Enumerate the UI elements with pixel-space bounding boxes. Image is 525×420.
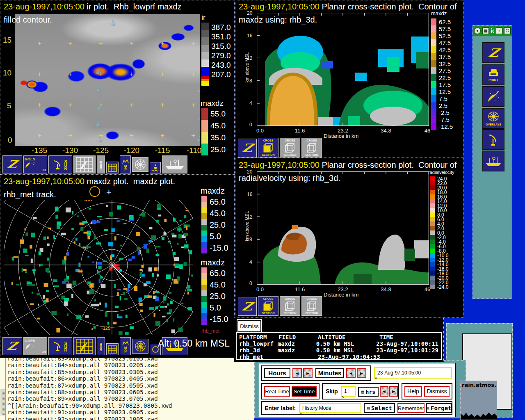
cross-section-button[interactable]: CROSS SECTION [301,296,322,316]
palette-ship-button[interactable] [482,151,504,171]
cross-section-button-active[interactable]: CROSS SECTION [258,138,278,158]
grid-radar-button[interactable] [73,337,96,355]
rain-atmos-mountains [461,406,497,420]
xs1-title-time: 23-aug-1997,10:05:00 [239,2,320,11]
label-field[interactable]: History Mode [299,403,361,413]
polar-overlay-button[interactable] [132,157,148,172]
xs1-xtick: 0.0 [256,128,264,134]
rain-atmos-label: rain.atmos. [462,382,496,388]
minutes-forward-arrow[interactable]: ► [357,368,366,378]
xs1-x-axis-label: Distance in km [324,133,358,139]
map-button[interactable]: MAP [120,337,131,355]
goes-ir-button[interactable]: GOES .IR [23,337,47,355]
surveillance-button[interactable]: SUR [48,155,72,173]
xs2-xtick: 34.8 [381,286,391,292]
surveillance-button[interactable]: SUR [48,337,72,355]
help-button[interactable]: Help [404,386,422,397]
hours-forward-arrow[interactable]: ► [303,368,313,378]
xs2-xtick: 11.6 [295,286,305,292]
skip-forward-arrow[interactable]: ► [389,386,398,397]
palette-zeb-button[interactable]: Z [482,42,504,63]
cross-section-button[interactable]: CROSS SECTION [280,138,300,158]
xs2-window-title: 23-aug-1997,10:05:00 Planar cross-sectio… [239,160,457,170]
xs2-ytick: 0 [249,281,252,286]
palette-movie-button[interactable] [482,86,504,107]
cross-section-button[interactable]: CROSS SECTION [301,138,322,158]
palette-titlebar[interactable]: ● ▤ icon ▫ ⛶ [473,26,512,36]
ship-track-marker: ⚓ [96,121,102,126]
remember-button[interactable]: Remember [397,403,425,413]
xs1-xtick: 46 [425,128,430,134]
window-status-table: Dismiss PLATFORMFIELDALTITUDETIME rhb_lo… [234,318,444,362]
ship-button[interactable] [162,155,187,173]
small-grid-button[interactable] [106,162,119,173]
real-time-button[interactable]: Real Time [264,386,290,397]
map-button[interactable]: MAP [120,155,131,173]
iconify-icon[interactable]: ▫ [496,27,502,34]
status-table: PLATFORMFIELDALTITUDETIME rhb_lowprfmaxd… [236,332,442,360]
xs2-title-line2: radialvelocity using: rhb_3d. [239,173,340,183]
zeb-logo-button[interactable]: Z [238,297,257,316]
set-time-button[interactable]: Set Time [292,386,317,397]
terminal-scrollbar-thumb[interactable] [0,389,5,415]
terminal-window[interactable]: rain:beaufait:83>xdump.all 970823.0105.x… [0,358,254,420]
dish-beam-icon [487,90,500,103]
ir-window-title: 23-aug-1997,10:05:00 ir plot. Rhb_lowprf… [4,2,182,11]
hours-button[interactable]: Hours [264,368,290,378]
select-dropdown[interactable]: ▤Select [364,403,395,413]
lat-lon-gridmark: + [191,132,195,139]
maximize-icon[interactable]: ⛶ [504,27,511,34]
skip-back-arrow[interactable]: ◄ [380,386,388,397]
buoy-icon [151,164,160,172]
skip-units-dropdown[interactable]: ▤hrs [358,387,379,397]
printer-icon [488,68,499,78]
window-icon-palette: ● ▤ icon ▫ ⛶ Z PRINT OVERLAYS [472,25,512,299]
zeb-logo-button[interactable]: Z [2,337,22,355]
storm-marker-circle [89,186,100,197]
bounds-button[interactable]: BOUNDS [97,337,105,355]
palette-radar-button[interactable] [482,129,504,150]
terminal-scrollbar[interactable] [0,358,6,420]
xs1-toolbar: Z CROSS SECTION CROSS SECTION CROSS SECT… [238,138,322,158]
icon-rain-atmos[interactable]: rain.atmos. [460,381,497,420]
small-grid-button[interactable] [106,343,119,355]
polar-overlay-button[interactable] [132,339,148,354]
cube-icon [306,301,317,311]
zeb-logo-button[interactable]: Z [238,139,257,158]
satellite-dish-icon [25,343,35,350]
ir-title-line2: filled contour. [4,15,52,25]
grid-radar-button[interactable] [73,155,96,173]
hours-back-arrow[interactable]: ◄ [292,368,302,378]
time-field-caret: ^ [375,377,377,381]
palette-print-button[interactable]: PRINT [482,64,504,85]
xs1-ytick: 16 [247,33,252,39]
cube-icon [263,142,274,153]
zeb-logo-button[interactable]: Z [2,155,22,173]
polar-grid-icon [134,158,146,171]
bounds-button[interactable]: BOUNDS [97,155,105,173]
document-icon[interactable]: ▤ [482,27,489,34]
time-field[interactable]: 23-Aug-97,10:05:00 [374,367,452,379]
ir-xtick: -120 [124,146,139,155]
xs1-title-line2: maxdz using: rhb_3d. [239,15,317,25]
cross-section-button-active[interactable]: CROSS SECTION [258,296,278,316]
panel-dismiss-button[interactable]: Dismiss [424,386,450,397]
forget-dropdown[interactable]: ▤Forget [426,403,452,413]
minutes-button[interactable]: Minutes [315,368,344,378]
minutes-back-arrow[interactable]: ◄ [346,368,356,378]
window-menu-icon[interactable]: ● [474,27,481,34]
ir-xtick: -135 [32,146,47,155]
ppi-title-text: maxdz plot. maxdz plot. [84,177,175,186]
ir-ytick: 5 [7,101,11,110]
goes-ir-button[interactable]: GOES .IR [23,155,47,173]
lat-lon-gridmark: + [68,132,72,139]
lat-lon-gridmark: + [68,71,72,78]
cross-section-button[interactable]: CROSS SECTION [280,296,300,316]
status-dismiss-button[interactable]: Dismiss [237,320,261,332]
palette-overlays-button[interactable]: OVERLAYS [482,108,504,129]
ship-track-marker: ⚓ [97,137,103,142]
buoy-button[interactable] [150,162,161,173]
xs1-ytick: 4 [249,100,252,106]
cube-icon [263,301,274,311]
xs2-title-text: Planar cross-section plot. Contour of [320,160,457,169]
